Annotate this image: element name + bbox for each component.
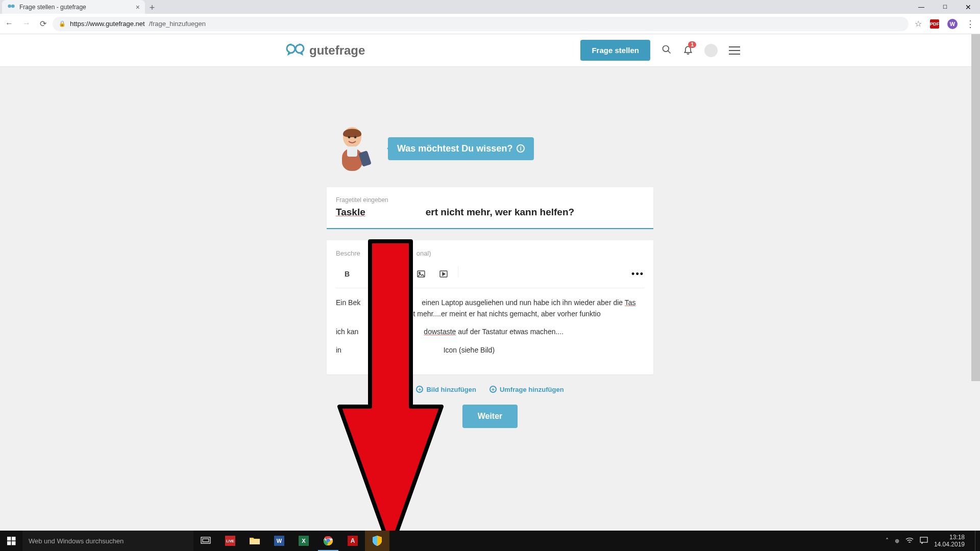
task-view-icon[interactable] — [193, 531, 218, 551]
tray-clock[interactable]: 13:18 14.04.2019 — [934, 534, 965, 548]
svg-line-1 — [668, 51, 671, 53]
profile-avatar[interactable]: W — [947, 19, 958, 29]
page-scrollbar[interactable] — [971, 34, 980, 531]
logo-text: gutefrage — [309, 43, 365, 58]
search-icon[interactable] — [662, 44, 672, 57]
new-tab-button[interactable]: + — [145, 2, 159, 14]
lock-icon: 🔒 — [59, 20, 66, 27]
word-icon[interactable]: W — [267, 531, 291, 551]
taskbar-search[interactable]: Web und Windows durchsuchen — [22, 531, 193, 551]
add-poll-link[interactable]: +Umfrage hinzufügen — [489, 386, 564, 393]
browser-toolbar: ← → ⟳ 🔒 https://www.gutefrage.net/frage_… — [0, 14, 980, 34]
acrobat-icon[interactable]: A — [340, 531, 365, 551]
svg-rect-12 — [12, 537, 16, 541]
show-desktop-button[interactable] — [975, 531, 978, 551]
nav-back-icon[interactable]: ← — [5, 19, 13, 29]
start-button[interactable] — [0, 531, 22, 551]
bold-button[interactable]: B — [336, 266, 358, 282]
title-field-label: Fragetitel eingeben — [336, 196, 644, 204]
svg-point-9 — [419, 272, 421, 274]
more-formatting-icon[interactable]: ••• — [631, 269, 644, 280]
browser-tab[interactable]: Frage stellen - gutefrage × — [2, 0, 145, 14]
add-image-link[interactable]: +Bild hinzufügen — [416, 386, 476, 393]
url-host: https://www.gutefrage.net — [70, 20, 145, 28]
description-textarea[interactable]: Ein Bekeinen Laptop ausgeliehen und nun … — [336, 297, 644, 356]
notifications-icon[interactable]: 1 — [683, 44, 693, 57]
prompt-bubble: Was möchtest Du wissen? i — [388, 137, 534, 160]
tray-location-icon[interactable]: ⊕ — [895, 538, 899, 544]
url-path: /frage_hinzufuegen — [149, 20, 206, 28]
ask-question-button[interactable]: Frage stellen — [580, 40, 650, 61]
question-description-card: Beschreonal) B — [327, 240, 653, 374]
window-close-icon[interactable]: ✕ — [957, 0, 980, 14]
svg-point-7 — [354, 136, 357, 139]
taskbar-app-1[interactable]: LIVE — [218, 531, 242, 551]
description-field-label: Beschreonal) — [336, 249, 644, 257]
tab-close-icon[interactable]: × — [136, 3, 140, 11]
site-logo[interactable]: gutefrage — [286, 43, 365, 58]
notification-badge: 1 — [688, 41, 696, 48]
tray-wifi-icon[interactable] — [905, 537, 914, 545]
svg-rect-11 — [7, 537, 11, 541]
window-maximize-icon[interactable]: ☐ — [933, 0, 957, 14]
browser-tabstrip: Frage stellen - gutefrage × + — ☐ ✕ — [0, 0, 980, 14]
svg-point-6 — [348, 136, 351, 139]
mascot-illustration — [332, 123, 377, 174]
svg-rect-16 — [203, 539, 209, 542]
chrome-icon[interactable] — [316, 531, 340, 551]
svg-rect-13 — [7, 541, 11, 545]
page-viewport: gutefrage Frage stellen 1 — [0, 34, 980, 531]
window-minimize-icon[interactable]: — — [910, 0, 933, 14]
bookmark-star-icon[interactable]: ☆ — [915, 19, 922, 29]
svg-point-0 — [663, 45, 669, 52]
image-button[interactable] — [410, 266, 432, 282]
pdf-extension-icon[interactable]: PDF — [930, 19, 939, 29]
tray-chevron-icon[interactable]: ˄ — [886, 537, 889, 544]
address-bar[interactable]: 🔒 https://www.gutefrage.net/frage_hinzuf… — [53, 17, 909, 31]
security-shield-icon[interactable] — [365, 531, 389, 551]
question-title-card: Fragetitel eingeben Taskleert nicht mehr… — [327, 187, 653, 229]
svg-rect-4 — [347, 146, 357, 157]
svg-rect-14 — [12, 541, 16, 545]
nav-reload-icon[interactable]: ⟳ — [40, 19, 46, 29]
next-button[interactable]: Weiter — [462, 405, 518, 428]
editor-toolbar: B ••• — [336, 264, 644, 288]
nav-forward-icon[interactable]: → — [22, 19, 31, 29]
info-icon[interactable]: i — [517, 144, 525, 153]
tab-title: Frage stellen - gutefrage — [19, 4, 132, 11]
svg-rect-17 — [250, 539, 260, 544]
file-explorer-icon[interactable] — [242, 531, 267, 551]
excel-icon[interactable]: X — [291, 531, 316, 551]
prompt-text: Was möchtest Du wissen? — [397, 143, 512, 154]
attachments-row: +Bild hinzufügen +Umfrage hinzufügen — [327, 386, 653, 393]
svg-rect-20 — [920, 537, 927, 542]
user-avatar[interactable] — [704, 44, 718, 57]
tray-action-center-icon[interactable] — [920, 537, 928, 545]
question-title-input[interactable]: Taskleert nicht mehr, wer kann helfen? — [336, 207, 644, 218]
video-button[interactable] — [432, 266, 455, 282]
windows-taskbar: Web und Windows durchsuchen LIVE W X A ˄… — [0, 531, 980, 551]
browser-menu-icon[interactable]: ⋮ — [966, 18, 975, 30]
menu-icon[interactable] — [729, 46, 740, 55]
tab-favicon — [7, 3, 15, 11]
site-header: gutefrage Frage stellen 1 — [0, 34, 980, 67]
